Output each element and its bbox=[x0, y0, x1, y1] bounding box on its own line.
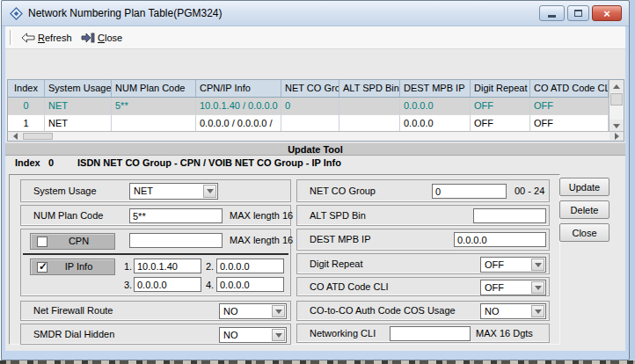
dropdown-button[interactable] bbox=[531, 305, 544, 317]
net-co-group-hint: 00 - 24 bbox=[515, 186, 544, 196]
digit-repeat-dropdown[interactable]: OFF bbox=[480, 257, 546, 273]
ip-field-1-num: 1. bbox=[124, 261, 132, 272]
window-controls: × bbox=[539, 5, 622, 21]
toolbar-gripper[interactable] bbox=[10, 30, 12, 45]
scroll-right-button[interactable] bbox=[609, 132, 624, 141]
restore-button[interactable] bbox=[567, 5, 589, 21]
ip-field-2-num: 2. bbox=[206, 261, 214, 272]
column-header-num-plan-code[interactable]: NUM Plan Code bbox=[112, 80, 196, 97]
co-to-co-auth-row: CO-to-CO Auth Code COS Usage NO bbox=[296, 301, 550, 321]
column-header-system-usage[interactable]: System Usage bbox=[45, 80, 112, 97]
co-atd-code-cli-label: CO ATD Code CLI bbox=[310, 281, 389, 292]
cell-cpn-ip-info: 0.0.0.0 / 0.0.0.0 / bbox=[196, 115, 281, 131]
ip-field-4-input[interactable] bbox=[216, 277, 284, 292]
window-title: Network Numbering Plan Table(PGM324) bbox=[28, 7, 223, 19]
dropdown-button[interactable] bbox=[531, 281, 544, 294]
cpn-input[interactable] bbox=[129, 233, 223, 248]
toolbar: Refresh Close bbox=[5, 26, 625, 49]
alt-spd-bin-label: ALT SPD Bin bbox=[310, 210, 366, 221]
close-button[interactable]: Close bbox=[559, 223, 609, 242]
co-to-co-auth-label: CO-to-CO Auth Code COS Usage bbox=[310, 305, 456, 316]
cell-system-usage: NET bbox=[45, 115, 112, 131]
column-header-cpn-ip-info[interactable]: CPN/IP Info bbox=[196, 80, 281, 97]
cpn-plate: CPN bbox=[30, 233, 115, 250]
horizontal-scrollbar[interactable] bbox=[8, 131, 624, 141]
scroll-up-button[interactable] bbox=[609, 80, 624, 92]
num-plan-code-row: NUM Plan Code MAX length 16 bbox=[20, 205, 291, 226]
horizontal-scroll-thumb[interactable] bbox=[23, 133, 53, 140]
vertical-scrollbar[interactable] bbox=[609, 80, 624, 132]
scroll-right-icon bbox=[615, 133, 619, 140]
alt-spd-bin-input[interactable] bbox=[473, 208, 546, 223]
app-icon bbox=[10, 7, 23, 20]
dropdown-button[interactable] bbox=[272, 305, 285, 317]
scroll-left-button[interactable] bbox=[8, 132, 22, 141]
table-row[interactable]: 1 NET 0.0.0.0 / 0.0.0.0 / 0.0.0.0 OFF OF… bbox=[8, 115, 609, 132]
num-plan-code-input[interactable] bbox=[129, 208, 223, 223]
chevron-down-icon bbox=[275, 309, 282, 314]
index-label: Index bbox=[15, 157, 40, 168]
co-atd-code-cli-row: CO ATD Code CLI OFF bbox=[296, 277, 550, 296]
co-atd-code-cli-value: OFF bbox=[485, 282, 504, 293]
column-header-net-co-group[interactable]: NET CO Group bbox=[281, 80, 339, 97]
net-firewall-route-dropdown[interactable]: NO bbox=[219, 303, 287, 319]
scroll-down-button[interactable] bbox=[609, 120, 624, 132]
num-plan-code-hint: MAX length 16 bbox=[230, 210, 293, 221]
co-to-co-auth-dropdown[interactable]: NO bbox=[480, 303, 546, 319]
column-header-digit-repeat[interactable]: Digit Repeat bbox=[471, 80, 530, 97]
ip-field-1-input[interactable] bbox=[134, 258, 201, 273]
co-to-co-auth-value: NO bbox=[485, 306, 500, 317]
digit-repeat-label: Digit Repeat bbox=[310, 258, 363, 269]
dest-mpb-ip-input[interactable] bbox=[454, 232, 546, 247]
cell-num-plan-code: 5** bbox=[112, 98, 196, 114]
exit-arrow-icon bbox=[81, 33, 95, 43]
update-tool-title: Update Tool bbox=[5, 142, 625, 156]
ip-field-2-input[interactable] bbox=[216, 258, 284, 273]
ip-field-3-input[interactable] bbox=[134, 277, 201, 292]
networking-cli-label: Networking CLI bbox=[310, 328, 376, 339]
system-usage-label: System Usage bbox=[33, 186, 97, 196]
column-header-index[interactable]: Index bbox=[8, 80, 45, 97]
cpn-checkbox[interactable] bbox=[37, 237, 47, 247]
records-table: Index System Usage NUM Plan Code CPN/IP … bbox=[7, 79, 624, 142]
delete-button[interactable]: Delete bbox=[559, 200, 609, 219]
scroll-down-icon bbox=[613, 124, 620, 128]
system-usage-dropdown[interactable]: NET bbox=[129, 183, 218, 200]
chevron-down-icon bbox=[275, 333, 282, 338]
dropdown-button[interactable] bbox=[531, 258, 544, 271]
smdr-dial-hidden-label: SMDR Dial Hidden bbox=[33, 329, 114, 339]
net-co-group-input[interactable] bbox=[432, 184, 507, 199]
table-row[interactable]: 0 NET 5** 10.0.1.40 / 0.0.0.0 0 0.0.0.0 … bbox=[8, 98, 609, 115]
ip-info-checkbox[interactable] bbox=[37, 262, 47, 273]
smdr-dial-hidden-dropdown[interactable]: NO bbox=[219, 327, 287, 343]
cpn-hint: MAX length 16 bbox=[230, 235, 293, 245]
minimize-button[interactable] bbox=[539, 5, 565, 21]
networking-cli-input[interactable] bbox=[390, 326, 471, 341]
dropdown-button[interactable] bbox=[203, 185, 216, 198]
dest-mpb-ip-row: DEST MPB IP bbox=[296, 229, 550, 251]
cell-net-co-group bbox=[281, 115, 339, 131]
co-atd-code-cli-dropdown[interactable]: OFF bbox=[480, 280, 546, 295]
update-button[interactable]: Update bbox=[559, 178, 609, 196]
titlebar[interactable]: Network Numbering Plan Table(PGM324) × bbox=[2, 1, 629, 26]
refresh-arrow-icon bbox=[21, 33, 35, 43]
net-firewall-route-label: Net Firewall Route bbox=[33, 305, 113, 316]
smdr-dial-hidden-value: NO bbox=[223, 330, 238, 340]
window-close-button[interactable]: × bbox=[592, 5, 622, 21]
net-co-group-label: NET CO Group bbox=[310, 186, 376, 196]
column-header-alt-spd-bin[interactable]: ALT SPD Bin bbox=[339, 80, 400, 97]
toolbar-close-button[interactable]: Close bbox=[77, 29, 126, 47]
client-area: Index System Usage NUM Plan Code CPN/IP … bbox=[5, 49, 625, 351]
cell-index: 1 bbox=[8, 115, 45, 131]
background-window-sliver bbox=[0, 360, 635, 364]
cell-system-usage: NET bbox=[45, 98, 112, 114]
column-header-dest-mpb-ip[interactable]: DEST MPB IP bbox=[400, 80, 471, 97]
vertical-scroll-thumb[interactable] bbox=[610, 93, 623, 106]
index-value: 0 bbox=[48, 157, 54, 168]
refresh-button[interactable]: Refresh bbox=[18, 29, 76, 47]
ip-info-label: IP Info bbox=[65, 261, 93, 272]
scroll-up-icon bbox=[613, 84, 620, 89]
column-header-co-atd-code-cli[interactable]: CO ATD Code CLI bbox=[530, 80, 609, 97]
dropdown-button[interactable] bbox=[272, 329, 285, 341]
scroll-left-icon bbox=[13, 133, 18, 140]
